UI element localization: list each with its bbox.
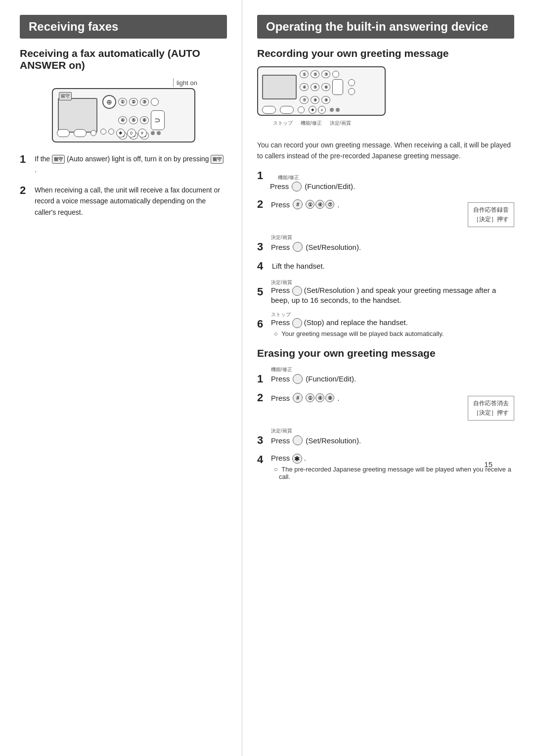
light-label: light on	[173, 78, 197, 87]
era-step4-text-block: Press ✱ . The pre-recorded Japanese gree…	[271, 454, 514, 480]
rec-step2-content: 2 Press # ① ④ ⑦ .	[257, 198, 463, 210]
rec-step1-content: Press (Function/Edit).	[270, 182, 514, 191]
jp-box-1-line2: ［決定］押す	[473, 216, 509, 223]
rec-step2-seq: ① ④ ⑦	[306, 200, 334, 209]
era-func-btn	[293, 374, 303, 384]
small-circle	[90, 130, 96, 136]
step-content-1-left: If the 留守 (Auto answer) light is off, tu…	[35, 153, 227, 176]
fax-machine-top: ① ② ③ ④ ⑤ ⑥ ⑦ ⑧	[262, 70, 381, 104]
rec-step4-content: 4 Lift the handset.	[257, 260, 325, 272]
era-step-2-left: 2 Press # ① ④ ⑧ .	[257, 392, 463, 404]
fax-machine-right: ① ② ③ ④ ⑤ ⑥ ⑦ ⑧	[257, 66, 386, 116]
rec-step-3: 決定/画質 3 Press (Set/Resolution).	[257, 234, 514, 253]
era-jp-box: 自作応答消去 ［決定］押す	[468, 396, 514, 421]
era-key-8: ⑧	[325, 393, 334, 402]
rec-step2-hash: #	[293, 199, 303, 209]
rec-step6-text-block: Press (Stop) and replace the handset. Yo…	[271, 318, 444, 337]
key-4: ④	[118, 116, 127, 124]
right-section-title: Operating the built-in answering device	[266, 20, 488, 33]
r-key-4: ④	[300, 83, 309, 91]
step-content-2-left: When receiving a call, the unit will rec…	[35, 185, 227, 218]
era-step-num-3: 3	[257, 434, 268, 446]
rec-step2-period: .	[337, 200, 339, 209]
r-key-2: ②	[311, 70, 319, 78]
recording-title: Recording your own greeting message	[257, 47, 448, 59]
step-2-left: 2 When receiving a call, the unit will r…	[20, 185, 227, 218]
key-4-inline: ④	[315, 200, 324, 209]
key-6: ⑥	[140, 116, 149, 124]
era-key-4: ④	[315, 393, 324, 402]
rec-stop-btn-6	[292, 318, 302, 328]
era-step-2: 2 Press # ① ④ ⑧ . 自作応答消去 ［決定］押す	[257, 392, 514, 421]
left-column: Receiving faxes Receiving a fax automati…	[0, 0, 242, 756]
era-step4-content: 4 Press ✱ . The pre-recorded Japanese gr…	[257, 454, 514, 480]
rec-step-4: 4 Lift the handset.	[257, 260, 514, 272]
r-key-1: ①	[300, 70, 309, 78]
r-key-6: ⑥	[321, 83, 330, 91]
era-step-3-left: 決定/画質 3 Press (Set/Resolution).	[257, 427, 514, 446]
rec-step3-label-wrap: 決定/画質	[257, 234, 514, 241]
side-btn: ⊃	[151, 110, 165, 130]
dot-indicators: ✱ 0 #	[100, 129, 147, 138]
era-step-1-left: 機能/修正 1 Press (Function/Edit).	[257, 366, 514, 385]
rec-step-num-1: 1	[257, 169, 263, 182]
keypad-row-2: ④ ⑤ ⑥ ⊃	[102, 110, 165, 130]
r-star-key: ✱	[309, 106, 316, 114]
rec-step6-note: Your greeting message will be played bac…	[271, 330, 444, 337]
key-1: ①	[118, 98, 127, 106]
rec-step-2: 2 Press # ① ④ ⑦ . 自作応答録音 ［決定］押す	[257, 198, 514, 227]
era-step3-suffix: (Set/Resolution).	[306, 436, 361, 445]
era-step3-label: 決定/画質	[271, 427, 514, 434]
r-keypad-row-1: ① ② ③	[300, 70, 343, 78]
auto-answer-icon-inline: 留守	[52, 155, 65, 164]
r-key-5: ⑤	[311, 83, 319, 91]
auto-answer-icon-press: 留守	[211, 155, 223, 164]
era-step1-suffix: (Function/Edit).	[306, 375, 356, 383]
label-func: 機能/修正	[301, 120, 322, 127]
fax-diagram-left: light on 留守 ⊕ ① ② ③ ④ ⑤ ⑥	[20, 78, 227, 142]
rec-step-num-4: 4	[257, 260, 268, 272]
era-note-text: The pre-recorded Japanese greeting messa…	[279, 466, 511, 480]
era-step-2-right: 自作応答消去 ［決定］押す	[463, 392, 514, 421]
rec-step3-press: Press	[271, 243, 290, 251]
label-stop: ストップ	[273, 120, 293, 127]
recording-intro-text: You can record your own greeting message…	[257, 141, 511, 160]
key-2: ②	[129, 98, 138, 106]
rec-step1-press: Press	[270, 182, 289, 190]
step-num-2-left: 2	[20, 185, 31, 196]
key-1-inline: ①	[306, 200, 314, 209]
key-7-inline: ⑦	[325, 200, 334, 209]
left-section-title: Receiving faxes	[29, 20, 118, 33]
era-step-1: 機能/修正 1 Press (Function/Edit).	[257, 366, 514, 385]
rec-step5-suffix: (Set/Resolution ) and speak your greetin…	[271, 286, 496, 304]
bottom-oval-row: ✱ #	[262, 106, 340, 114]
rec-step-num-5: 5	[257, 286, 268, 298]
label-set: 決定/画質	[330, 120, 351, 127]
rec-step3-label: 決定/画質	[271, 234, 514, 241]
r-keypad-row-2: ④ ⑤ ⑥	[300, 79, 343, 95]
era-step2-content: 2 Press # ① ④ ⑧ .	[257, 392, 463, 404]
rec-step-num-2: 2	[257, 198, 268, 210]
step2-text: When receiving a call, the unit will rec…	[35, 186, 220, 216]
era-step2-hash: #	[293, 393, 303, 403]
era-step4-press: Press	[271, 454, 290, 462]
era-step3-press: Press	[271, 436, 290, 445]
rec-set-btn-5	[292, 286, 302, 296]
fax-btn-labels: ストップ 機能/修正 決定/画質	[273, 120, 351, 127]
r-circle-1	[348, 79, 355, 86]
era-step4-period: .	[304, 454, 306, 462]
page-number: 15	[484, 460, 492, 469]
left-subsection-header: Receiving a fax automatically (AUTO ANSW…	[20, 47, 227, 71]
recording-intro: You can record your own greeting message…	[257, 140, 514, 162]
recording-header: Recording your own greeting message	[257, 47, 514, 59]
era-step-num-2: 2	[257, 392, 268, 404]
step1-text-b: (Auto answer) light is off, turn it on b…	[67, 155, 209, 163]
rec-step6-content: 6 Press (Stop) and replace the handset. …	[257, 318, 514, 337]
rec-step-num-6: 6	[257, 318, 268, 330]
r-key-7: ⑦	[300, 96, 309, 104]
rec-step-3-left: 決定/画質 3 Press (Set/Resolution).	[257, 234, 514, 253]
keypad-row-1: ⊕ ① ② ③	[102, 95, 165, 109]
auto-answer-indicator: 留守	[59, 92, 72, 100]
rec-step-1: 1 機能/修正 Press (Function/Edit).	[257, 170, 514, 191]
era-step-4: 4 Press ✱ . The pre-recorded Japanese gr…	[257, 454, 514, 480]
